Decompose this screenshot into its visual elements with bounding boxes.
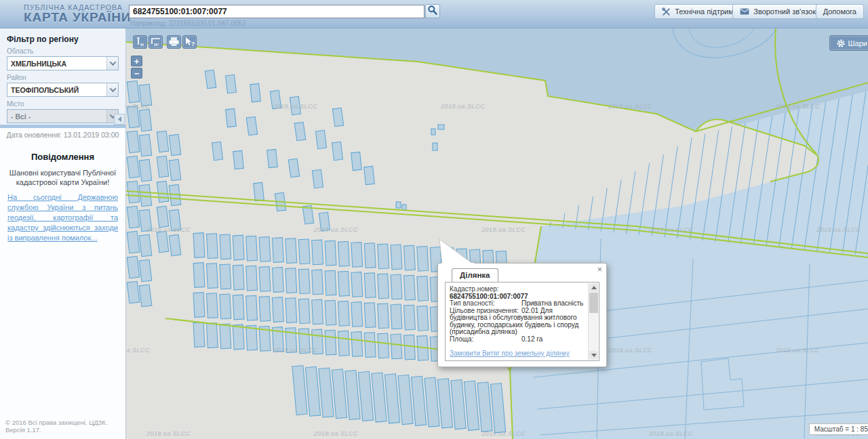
search-button[interactable] — [425, 4, 440, 18]
help-label: Допомога — [823, 7, 856, 16]
svg-text:2018.ua.SLCC: 2018.ua.SLCC — [481, 226, 526, 233]
chevron-down-icon — [106, 83, 118, 96]
popup-row: Тип власності:Приватна власність — [450, 300, 585, 308]
zoom-out-button[interactable]: − — [131, 68, 142, 79]
region-filter-panel: Фільтр по регіону Область ХМЕЛЬНИЦЬКА Ра… — [0, 28, 125, 125]
mail-icon — [740, 8, 749, 15]
svg-text:2018.ua.SLCC: 2018.ua.SLCC — [313, 226, 358, 233]
popup-row-value: 0.12 га — [521, 335, 542, 343]
filter-select-value: - Всі - — [11, 112, 31, 121]
popup-row-label: Тип власності: — [450, 300, 521, 308]
svg-text:2018.ua.SLCC: 2018.ua.SLCC — [273, 103, 317, 110]
svg-text:2018.ua.SLCC: 2018.ua.SLCC — [816, 226, 861, 233]
svg-text:2018.ua.SLCC: 2018.ua.SLCC — [126, 347, 150, 354]
header: ПУБЛІЧНА КАДАСТРОВА КАРТА УКРАЇНИ Наприк… — [0, 0, 868, 28]
popup-row-label: Площа: — [450, 336, 521, 343]
filter-select-value: ХМЕЛЬНИЦЬКА — [11, 60, 66, 68]
measure-area-icon: м² — [149, 36, 162, 48]
tech-support-label: Технічна підтримка — [675, 7, 741, 16]
popup-scrollbar[interactable] — [588, 283, 598, 360]
search-hint: Наприклад: 3221655100.01.047.0052 — [130, 20, 246, 27]
filter-select[interactable]: ХМЕЛЬНИЦЬКА — [7, 56, 119, 70]
close-icon[interactable]: × — [597, 265, 602, 274]
app-logo: ПУБЛІЧНА КАДАСТРОВА КАРТА УКРАЇНИ — [24, 3, 131, 23]
layers-label: Шари — [848, 39, 867, 47]
svg-text:2018.ua.SLCC: 2018.ua.SLCC — [126, 103, 150, 110]
popup-row-value: 6824755100:01:007:0077 — [450, 293, 528, 300]
svg-text:2018.ua.SLCC: 2018.ua.SLCC — [775, 347, 820, 354]
scroll-thumb[interactable] — [589, 293, 598, 313]
message-link[interactable]: На сьогодні Державною службою України з … — [7, 192, 118, 243]
sidebar-divider — [0, 125, 125, 128]
map-area: 2018.ua.SLCC2018.ua.SLCC2018.ua.SLCC2018… — [126, 28, 868, 439]
filter-field: Район ТЕОФІПОЛЬСЬКИЙ — [7, 74, 119, 97]
parcel-info-popup: × Ділянка Кадастр.номер:6824755100:01:00… — [437, 263, 607, 367]
svg-text:м: м — [140, 42, 144, 47]
svg-text:2018.ua.SLCC: 2018.ua.SLCC — [648, 226, 693, 233]
svg-text:2018.ua.SLCC: 2018.ua.SLCC — [481, 430, 526, 437]
svg-text:2018.ua.SLCC: 2018.ua.SLCC — [608, 103, 652, 110]
chevron-down-icon — [106, 57, 118, 70]
print-icon — [167, 36, 180, 48]
search-input[interactable] — [129, 5, 425, 18]
filter-select-value: ТЕОФІПОЛЬСЬКИЙ — [11, 86, 79, 94]
svg-text:2018.ua.SLCC: 2018.ua.SLCC — [313, 430, 358, 437]
svg-text:2018.ua.SLCC: 2018.ua.SLCC — [648, 430, 693, 437]
popup-row: Цільове призначення:02.01 Для будівництв… — [450, 308, 585, 336]
sidebar: Фільтр по регіону Область ХМЕЛЬНИЦЬКА Ра… — [0, 28, 126, 439]
measure-area-button[interactable]: м² — [149, 35, 163, 49]
popup-row: Площа:0.12 га — [450, 336, 585, 343]
help-button[interactable]: Допомога — [816, 4, 864, 19]
zoom-in-button[interactable]: + — [131, 56, 142, 66]
identify-cursor-icon: ? — [183, 36, 196, 48]
update-date: Дата оновлення: 13.01.2019 03:00 — [0, 131, 125, 139]
scroll-up-icon[interactable] — [589, 283, 598, 292]
map-canvas[interactable]: 2018.ua.SLCC2018.ua.SLCC2018.ua.SLCC2018… — [126, 28, 868, 439]
popup-row: Кадастр.номер:6824755100:01:007:0077 — [450, 286, 585, 300]
svg-text:2018.ua.SLCC: 2018.ua.SLCC — [273, 347, 317, 354]
svg-text:м²: м² — [154, 42, 159, 47]
filter-field: Місто - Всі - — [7, 100, 119, 123]
filter-select[interactable]: ТЕОФІПОЛЬСЬКИЙ — [7, 83, 119, 97]
feedback-button[interactable]: Зворотний зв'язок — [732, 4, 823, 19]
popup-tail — [438, 238, 486, 264]
scale-indicator: Масштаб = 1 : 85 — [809, 423, 868, 435]
gear-icon — [837, 39, 845, 47]
tab-dilyanka[interactable]: Ділянка — [452, 268, 498, 282]
logo-line2: КАРТА УКРАЇНИ — [24, 12, 131, 23]
filter-field-label: Район — [7, 74, 119, 81]
popup-row-value: Приватна власність — [521, 299, 583, 307]
popup-link[interactable]: Замовити Витяг про земельну ділянку — [450, 350, 585, 358]
copyright-text: © 2016 Всі права захищені. ЦДЗК. Версія … — [5, 419, 125, 434]
popup-content: Кадастр.номер:6824755100:01:007:0077 Тип… — [445, 282, 599, 361]
filter-field-label: Місто — [7, 100, 119, 108]
svg-text:2018.ua.SLCC: 2018.ua.SLCC — [146, 430, 191, 437]
layers-button[interactable]: Шари — [829, 35, 868, 51]
svg-text:2018.ua.SLCC: 2018.ua.SLCC — [146, 226, 191, 233]
filter-title: Фільтр по регіону — [7, 35, 119, 44]
filter-field-label: Область — [7, 47, 119, 55]
cadastral-map-app: ПУБЛІЧНА КАДАСТРОВА КАРТА УКРАЇНИ Наприк… — [0, 0, 868, 439]
svg-text:2018.ua.SLCC: 2018.ua.SLCC — [775, 103, 820, 110]
measure-length-button[interactable]: м — [133, 35, 147, 49]
svg-text:2018.ua.SLCC: 2018.ua.SLCC — [440, 103, 485, 110]
scroll-down-icon[interactable] — [589, 351, 598, 360]
filter-field: Область ХМЕЛЬНИЦЬКА — [7, 47, 119, 70]
message-panel: Повідомлення Шановні користувачі Публічн… — [7, 145, 118, 243]
sidebar-collapse-button[interactable] — [114, 114, 125, 125]
svg-text:2018.ua.SLCC: 2018.ua.SLCC — [608, 347, 652, 354]
tools-icon — [662, 7, 671, 16]
identify-button[interactable]: ? — [182, 35, 197, 49]
filter-select[interactable]: - Всі - — [7, 109, 119, 123]
feedback-label: Зворотний зв'язок — [753, 7, 816, 16]
print-button[interactable] — [167, 35, 181, 49]
message-title: Повідомлення — [7, 152, 118, 162]
svg-text:?: ? — [191, 41, 195, 47]
message-greeting: Шановні користувачі Публічної кадастрово… — [7, 168, 118, 187]
collapse-arrow-icon — [118, 117, 121, 122]
measure-length-icon: м — [134, 36, 146, 48]
search-icon — [427, 5, 438, 16]
